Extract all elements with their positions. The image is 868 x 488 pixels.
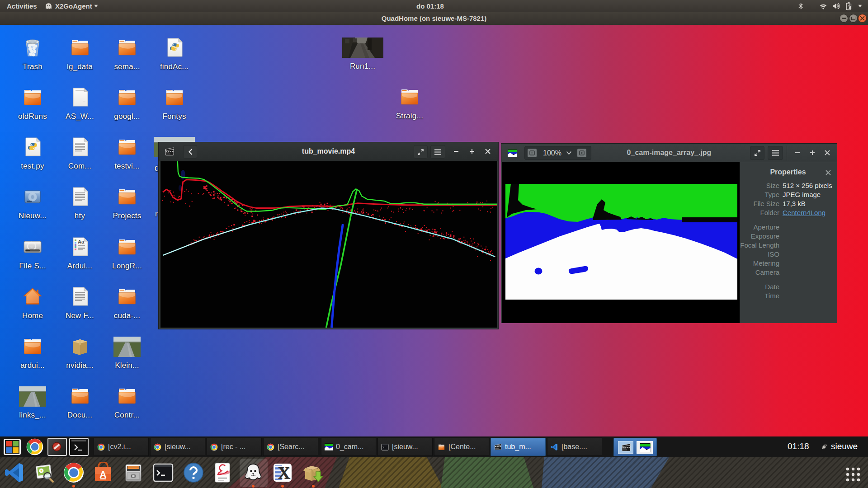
svg-text:X: X [278, 463, 290, 482]
